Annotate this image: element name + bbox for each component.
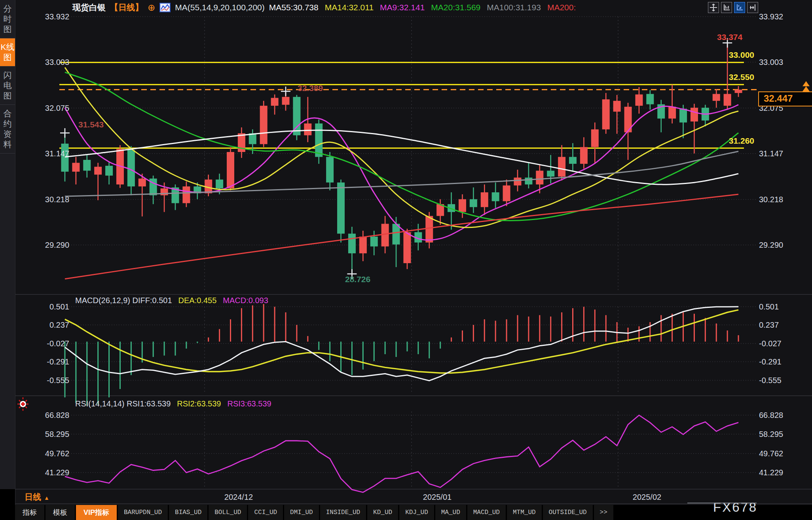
ma-legend-item: MA200: xyxy=(547,3,576,12)
axis-right-scale-icon[interactable] xyxy=(747,2,758,13)
rsi-axis-label: 41.229 xyxy=(759,468,783,477)
rsi-axis-label: 66.828 xyxy=(759,411,783,420)
pan-tool-icon[interactable] xyxy=(708,2,719,13)
price-annotation: 31.260 xyxy=(729,136,754,146)
price-axis-label: 33.003 xyxy=(24,58,69,67)
price-axis-label: 32.075 xyxy=(24,104,69,113)
macd-axis-label: -0.027 xyxy=(24,339,69,348)
macd-legend-item: MACD:0.093 xyxy=(223,296,268,305)
macd-axis-label: -0.555 xyxy=(24,376,69,385)
rsi-legend-item: RSI3:63.539 xyxy=(227,399,271,408)
rsi-axis-label: 49.762 xyxy=(759,449,783,458)
axis-auto-scale-icon[interactable] xyxy=(734,2,745,13)
indicator-tab[interactable]: 指标 xyxy=(15,505,44,520)
price-axis-label: 30.218 xyxy=(24,195,69,204)
macd-legend-item: DEA:0.455 xyxy=(178,296,217,305)
macd-axis-label: 0.237 xyxy=(759,321,779,330)
price-axis-label: 31.147 xyxy=(24,149,69,158)
sidebar-item[interactable]: K线图 xyxy=(0,38,15,66)
rsi-axis-label: 41.229 xyxy=(24,468,69,477)
ma-legend-item: MA100:31.193 xyxy=(487,3,541,12)
price-axis-label: 29.290 xyxy=(759,241,783,250)
period-badge: 【日线】 xyxy=(110,2,143,13)
chart-toolbar xyxy=(708,2,758,13)
indicator-tabbar: 指标模板VIP指标BARUPDN_UDBIAS_UDBOLL_UDCCI_UDD… xyxy=(15,505,812,520)
watermark-line xyxy=(687,503,757,503)
price-axis-label: 33.003 xyxy=(759,58,783,67)
date-axis-label: 2025/02 xyxy=(633,493,661,502)
indicator-tab[interactable]: DMI_UD xyxy=(284,505,319,520)
rsi-axis-label: 49.762 xyxy=(24,449,69,458)
watermark: FX678 xyxy=(713,500,757,515)
indicator-tab[interactable]: BARUPDN_UD xyxy=(118,505,168,520)
indicator-tab[interactable]: CCI_UD xyxy=(248,505,283,520)
trading-app: 分时图K线图闪电图合约资料 现货白银 【日线】 ⊕ MA(55,14,9,20,… xyxy=(0,0,812,520)
macd-axis-label: 0.237 xyxy=(24,321,69,330)
rsi-axis-label: 58.295 xyxy=(759,430,783,439)
indicator-tab[interactable]: 模板 xyxy=(46,505,75,520)
chart-style-icon[interactable] xyxy=(159,3,171,12)
period-selector[interactable]: 日线▲ xyxy=(25,492,49,503)
indicator-tab[interactable]: MTM_UD xyxy=(507,505,542,520)
indicator-tab[interactable]: VIP指标 xyxy=(76,505,117,520)
price-axis-label: 30.218 xyxy=(759,195,783,204)
indicator-tab[interactable]: KD_UD xyxy=(367,505,398,520)
price-annotation: 33.374 xyxy=(717,32,742,42)
add-overlay-icon[interactable]: ⊕ xyxy=(148,3,155,12)
sidebar-bottom-mask xyxy=(0,489,15,520)
macd-legend-item: MACD(26,12,9) DIFF:0.501 xyxy=(75,296,172,305)
indicator-tab[interactable]: INSIDE_UD xyxy=(320,505,366,520)
macd-axis-label: -0.027 xyxy=(759,339,782,348)
price-annotation: 32.550 xyxy=(729,72,754,82)
rsi-legend-item: RSI2:63.539 xyxy=(177,399,221,408)
ma-legend-item: MA14:32.011 xyxy=(325,3,374,12)
macd-axis-label: 0.501 xyxy=(24,302,69,311)
price-axis-label: 33.932 xyxy=(24,12,69,21)
current-price-value: 32.447 xyxy=(764,93,793,104)
chart-canvas[interactable] xyxy=(0,0,812,520)
indicator-tab[interactable]: BIAS_UD xyxy=(169,505,207,520)
macd-axis-label: 0.501 xyxy=(759,302,779,311)
sidebar-item[interactable]: 合约资料 xyxy=(0,105,15,154)
macd-axis-label: -0.291 xyxy=(759,357,782,366)
price-annotation: 33.000 xyxy=(729,50,754,60)
indicator-tab[interactable]: >> xyxy=(594,505,613,520)
sidebar: 分时图K线图闪电图合约资料 xyxy=(0,0,15,520)
date-axis-label: 2024/12 xyxy=(224,493,253,502)
ma-legend: MA55:30.738MA14:32.011MA9:32.141MA20:31.… xyxy=(269,3,576,12)
axis-left-scale-icon[interactable] xyxy=(721,2,732,13)
price-arrow-icon xyxy=(803,86,810,91)
ma-legend-item: MA20:31.569 xyxy=(431,3,480,12)
indicator-tab[interactable]: BOLL_UD xyxy=(209,505,247,520)
ma-group-label: MA(55,14,9,20,100,200) xyxy=(175,3,265,12)
symbol-title: 现货白银 xyxy=(72,2,106,13)
macd-dea-line xyxy=(65,310,738,373)
indicator-tab[interactable]: MA_UD xyxy=(435,505,466,520)
sidebar-item[interactable]: 闪电图 xyxy=(0,66,15,105)
sidebar-item[interactable]: 分时图 xyxy=(0,0,15,38)
ma-line-ma9 xyxy=(65,105,738,240)
price-annotation: 31.543 xyxy=(78,120,104,129)
indicator-tab[interactable]: OUTSIDE_UD xyxy=(543,505,593,520)
chart-header: 现货白银 【日线】 ⊕ MA(55,14,9,20,100,200) MA55:… xyxy=(72,2,576,13)
price-arrow-icon xyxy=(803,81,810,86)
caret-up-icon: ▲ xyxy=(44,495,49,501)
indicator-tab[interactable]: KDJ_UD xyxy=(399,505,434,520)
price-axis-label: 33.932 xyxy=(759,12,783,21)
rsi-header: RSI(14,14,14) RSI1:63.539RSI2:63.539RSI3… xyxy=(75,399,271,408)
live-indicator-icon xyxy=(17,397,28,411)
date-axis-label: 2025/01 xyxy=(423,493,452,502)
macd-axis-label: -0.291 xyxy=(24,357,69,366)
price-annotation: 32.389 xyxy=(298,84,323,93)
rsi-axis-label: 66.828 xyxy=(24,411,69,420)
ma-line-ma14 xyxy=(65,67,738,227)
macd-axis-label: -0.555 xyxy=(759,376,782,385)
period-label: 日线 xyxy=(25,492,41,501)
ma-line-ma200 xyxy=(65,194,738,279)
rsi-legend-item: RSI(14,14,14) RSI1:63.539 xyxy=(75,399,171,408)
price-axis-label: 29.290 xyxy=(24,241,69,250)
macd-header: MACD(26,12,9) DIFF:0.501DEA:0.455MACD:0.… xyxy=(75,296,268,305)
current-price-box: 32.447 xyxy=(758,91,812,106)
indicator-tab[interactable]: MACD_UD xyxy=(467,505,506,520)
rsi-axis-label: 58.295 xyxy=(24,430,69,439)
